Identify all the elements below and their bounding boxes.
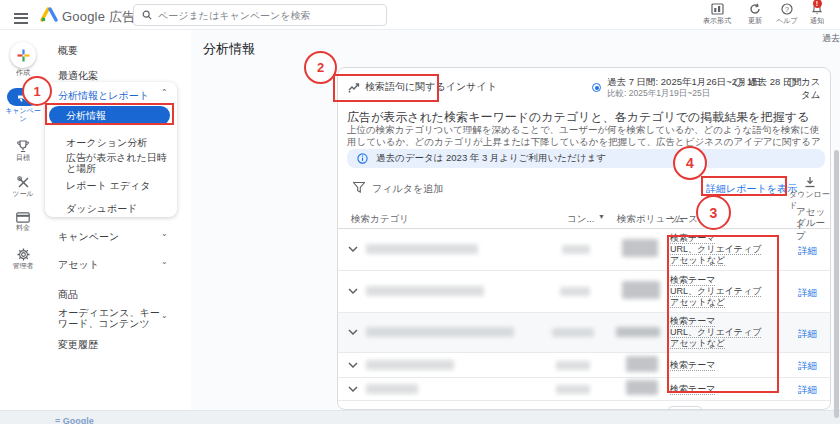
annotation-box-2 — [333, 74, 439, 102]
radio-last-7-days[interactable] — [592, 83, 601, 92]
chevron-down-icon[interactable]: ⌄ — [161, 257, 168, 266]
sidebar-item-dashboard[interactable]: ダッシュボード — [66, 202, 137, 216]
sidebar-item-auction[interactable]: オークション分析 — [66, 136, 147, 150]
sort-desc-icon[interactable]: ▼ — [598, 213, 605, 220]
scrollbar[interactable] — [834, 150, 839, 418]
redacted-value — [626, 380, 658, 395]
rail-item-admin[interactable]: 管理者 — [0, 248, 46, 270]
redacted-value — [562, 245, 590, 254]
chevron-down-icon[interactable]: ⌄ — [161, 229, 168, 238]
refresh-button[interactable]: 更新 — [738, 3, 772, 26]
detail-link[interactable]: 詳細 — [798, 384, 817, 397]
billing-icon — [16, 212, 30, 223]
menu-icon[interactable] — [14, 10, 28, 26]
radio-custom-label: カスタム — [801, 76, 830, 102]
expand-chevron-icon[interactable] — [348, 386, 358, 392]
svg-text:?: ? — [785, 6, 789, 13]
google-ads-logo-icon — [40, 7, 58, 23]
annotation-box-1 — [45, 103, 174, 125]
info-banner: 過去のデータは 2023 年 3 月よりご利用いただけます — [347, 149, 825, 168]
chevron-up-icon[interactable]: ⌃ — [161, 88, 168, 97]
sidebar-item-report-editor[interactable]: レポート エディタ — [66, 179, 150, 193]
sidebar-item-audiences[interactable]: オーディエンス、キーワード、コンテンツ — [58, 307, 162, 329]
sidebar-item-change-history[interactable]: 変更履歴 — [58, 338, 98, 352]
gear-icon — [17, 248, 30, 261]
expand-chevron-icon[interactable] — [348, 246, 358, 252]
notifications-button[interactable]: ! 通知 — [800, 3, 834, 26]
search-icon — [142, 10, 152, 20]
tools-icon — [17, 176, 30, 189]
info-icon — [357, 153, 368, 164]
redacted-category — [366, 384, 418, 394]
clipped-date-text: 過去 — [822, 32, 840, 45]
col-search-category[interactable]: 検索カテゴリ — [351, 213, 409, 226]
help-icon: ? — [781, 3, 793, 15]
redacted-value — [560, 287, 590, 296]
detail-link[interactable]: 詳細 — [798, 360, 817, 373]
redacted-category — [366, 360, 454, 370]
redacted-category — [366, 286, 484, 296]
plus-icon — [17, 49, 30, 62]
redacted-value — [622, 239, 658, 257]
search-input[interactable] — [158, 10, 378, 21]
sidebar-item-optimization[interactable]: 最適化案 — [58, 69, 98, 83]
redacted-value — [556, 361, 590, 370]
table-header-row: 検索カテゴリ コン... ▼ 検索ボリューム ソース アセット グループ — [338, 204, 830, 229]
detail-link[interactable]: 詳細 — [798, 287, 817, 300]
redacted-value — [622, 281, 660, 299]
detail-link[interactable]: 詳細 — [798, 328, 817, 341]
col-conversions[interactable]: コン... — [567, 213, 594, 226]
col-source[interactable]: ソース — [669, 213, 698, 226]
redacted-category — [366, 244, 478, 254]
annotation-box-4 — [701, 176, 787, 196]
rail-item-tools[interactable]: ツール — [0, 176, 46, 198]
redacted-value — [556, 385, 590, 394]
display-format-button[interactable]: 表示形式 — [700, 3, 734, 26]
chart-display-icon — [711, 3, 724, 15]
expand-chevron-icon[interactable] — [348, 329, 358, 335]
filter-icon — [353, 182, 365, 193]
radio-last-28-days[interactable] — [734, 78, 743, 87]
chevron-down-icon[interactable]: ⌄ — [161, 311, 168, 320]
help-button[interactable]: ? ヘルプ — [770, 3, 804, 26]
compare-range-label: 比較: 2025年1月19日~25日 — [607, 88, 710, 100]
annotation-box-3 — [667, 235, 779, 393]
sidebar-item-overview[interactable]: 概要 — [58, 44, 78, 58]
sidebar-item-products[interactable]: 商品 — [58, 288, 78, 302]
redacted-category — [366, 327, 514, 337]
search-box[interactable] — [133, 4, 387, 26]
add-filter-button[interactable]: フィルタを追加 — [372, 182, 443, 196]
annotation-circle-4: 4 — [673, 146, 707, 180]
brand-title: Google 広告 — [62, 8, 135, 26]
rail-item-goals[interactable]: 目標 — [0, 140, 46, 162]
expand-chevron-icon[interactable] — [348, 362, 358, 368]
download-icon[interactable] — [804, 176, 816, 188]
trophy-icon — [16, 140, 30, 153]
refresh-icon — [749, 3, 761, 15]
radio-custom[interactable] — [787, 78, 796, 87]
expand-chevron-icon[interactable] — [348, 288, 358, 294]
info-banner-text: 過去のデータは 2023 年 3 月よりご利用いただけます — [376, 152, 606, 165]
detail-link[interactable]: 詳細 — [798, 245, 817, 258]
redacted-value — [616, 327, 660, 337]
sidebar-item-campaigns[interactable]: キャンペーン — [58, 230, 119, 244]
sidebar-item-insights-reports[interactable]: 分析情報とレポート — [58, 89, 149, 103]
sidebar-menu: 概要 最適化案 分析情報とレポート ⌃ 分析情報 オークション分析 広告が表示さ… — [46, 30, 191, 410]
annotation-circle-1: 1 — [22, 76, 52, 106]
rail-item-billing[interactable]: 料金 — [0, 212, 46, 232]
google-ads-app: Google 広告 表示形式 更新 ? ヘルプ ! 通知 — [0, 0, 840, 424]
top-bar: Google 広告 表示形式 更新 ? ヘルプ ! 通知 — [0, 0, 840, 30]
bottom-strip: = Google — [0, 410, 840, 424]
redacted-value — [626, 356, 658, 372]
annotation-circle-3: 3 — [696, 195, 731, 230]
page-title: 分析情報 — [203, 40, 255, 58]
rail-item-create[interactable]: 作成 — [0, 42, 46, 77]
sidebar-item-assets[interactable]: アセット — [58, 258, 99, 272]
clipped-google-footer: = Google — [55, 416, 94, 424]
redacted-value — [552, 328, 594, 337]
sidebar-item-when-where[interactable]: 広告が表示された日時と場所 — [66, 152, 170, 174]
notification-badge: ! — [813, 0, 822, 8]
